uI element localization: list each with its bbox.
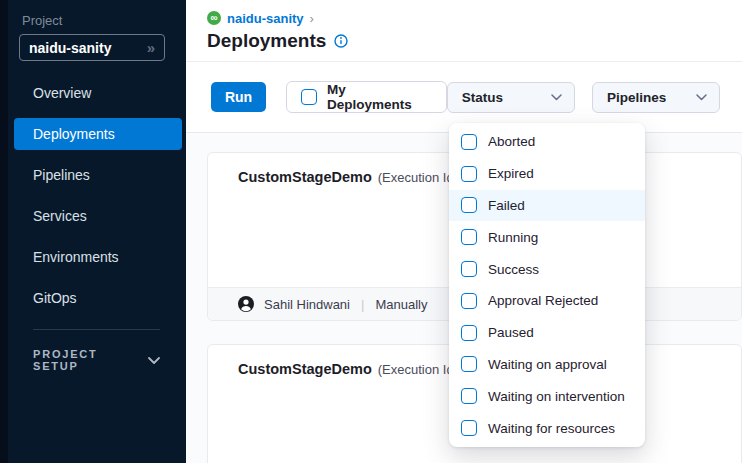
page-header: ∞ naidu-sanity › Deployments	[186, 0, 742, 62]
status-filter-label: Status	[462, 90, 503, 105]
menu-item-label: Approval Rejected	[488, 293, 598, 308]
menu-item-aborted[interactable]: Aborted	[449, 126, 645, 158]
project-setup-toggle[interactable]: PROJECT SETUP	[33, 329, 160, 372]
project-label: Project	[22, 13, 186, 28]
sidebar-item-environments[interactable]: Environments	[14, 241, 182, 273]
user-avatar-icon	[238, 296, 254, 312]
chevron-down-icon	[696, 94, 707, 101]
menu-item-label: Waiting on intervention	[488, 389, 625, 404]
chevron-down-icon	[148, 357, 160, 364]
module-rail	[0, 0, 8, 463]
checkbox[interactable]	[461, 325, 477, 341]
project-selector[interactable]: naidu-sanity »	[19, 34, 165, 61]
menu-item-label: Failed	[488, 198, 525, 213]
menu-item-failed[interactable]: Failed	[449, 190, 645, 222]
pipeline-name: CustomStageDemo	[238, 169, 372, 185]
checkbox[interactable]	[461, 197, 477, 213]
breadcrumb: ∞ naidu-sanity ›	[207, 9, 742, 27]
chevron-right-icon: ›	[310, 11, 314, 26]
checkbox[interactable]	[461, 420, 477, 436]
menu-item-label: Success	[488, 262, 539, 277]
footer-divider: |	[361, 297, 364, 312]
sidebar-item-services[interactable]: Services	[14, 200, 182, 232]
menu-item-label: Waiting on approval	[488, 357, 607, 372]
menu-item-label: Aborted	[488, 134, 535, 149]
double-chevron-right-icon[interactable]: »	[147, 40, 155, 55]
menu-item-expired[interactable]: Expired	[449, 158, 645, 190]
checkbox[interactable]	[461, 293, 477, 309]
menu-item-paused[interactable]: Paused	[449, 317, 645, 349]
info-icon[interactable]	[334, 34, 348, 48]
breadcrumb-project-link[interactable]: naidu-sanity	[227, 11, 304, 26]
trigger-type: Manually	[375, 297, 427, 312]
project-setup-label: PROJECT SETUP	[33, 348, 148, 372]
sidebar-item-overview[interactable]: Overview	[14, 77, 182, 109]
sidebar-item-label: GitOps	[33, 290, 77, 306]
menu-item-waiting-for-resources[interactable]: Waiting for resources	[449, 412, 645, 444]
run-button[interactable]: Run	[211, 82, 266, 112]
checkbox[interactable]	[461, 229, 477, 245]
menu-item-label: Paused	[488, 325, 534, 340]
menu-item-waiting-on-intervention[interactable]: Waiting on intervention	[449, 380, 645, 412]
status-filter-select[interactable]: Status	[447, 82, 575, 113]
sidebar-nav: Overview Deployments Pipelines Services …	[8, 77, 186, 314]
sidebar-item-label: Environments	[33, 249, 119, 265]
sidebar-item-label: Pipelines	[33, 167, 90, 183]
project-name: naidu-sanity	[29, 40, 111, 56]
pipelines-filter-label: Pipelines	[607, 90, 666, 105]
sidebar-item-gitops[interactable]: GitOps	[14, 282, 182, 314]
menu-item-label: Running	[488, 230, 538, 245]
menu-item-success[interactable]: Success	[449, 253, 645, 285]
sidebar-item-label: Services	[33, 208, 87, 224]
menu-item-label: Waiting for resources	[488, 421, 615, 436]
title-row: Deployments	[207, 30, 742, 52]
execution-id-label: (Execution Id	[378, 362, 454, 377]
checkbox[interactable]	[461, 134, 477, 150]
menu-item-approval-rejected[interactable]: Approval Rejected	[449, 285, 645, 317]
cd-module-icon: ∞	[207, 11, 221, 25]
my-deployments-label: My Deployments	[327, 82, 432, 112]
sidebar-item-deployments[interactable]: Deployments	[14, 118, 182, 150]
menu-item-label: Expired	[488, 166, 534, 181]
status-filter-dropdown: Aborted Expired Failed Running Success A…	[449, 123, 645, 447]
checkbox[interactable]	[461, 166, 477, 182]
checkbox[interactable]	[461, 388, 477, 404]
sidebar-item-label: Overview	[33, 85, 91, 101]
my-deployments-checkbox[interactable]	[301, 89, 317, 105]
checkbox[interactable]	[461, 261, 477, 277]
sidebar-item-label: Deployments	[33, 126, 115, 142]
triggered-by: Sahil Hindwani	[264, 297, 350, 312]
project-sidebar: Project naidu-sanity » Overview Deployme…	[8, 0, 186, 463]
sidebar-item-pipelines[interactable]: Pipelines	[14, 159, 182, 191]
pipeline-name: CustomStageDemo	[238, 361, 372, 377]
pipelines-filter-select[interactable]: Pipelines	[592, 82, 720, 113]
my-deployments-filter[interactable]: My Deployments	[286, 81, 447, 113]
menu-item-running[interactable]: Running	[449, 221, 645, 253]
page-title: Deployments	[207, 30, 326, 52]
execution-id-label: (Execution Id	[378, 170, 454, 185]
menu-item-waiting-on-approval[interactable]: Waiting on approval	[449, 349, 645, 381]
checkbox[interactable]	[461, 356, 477, 372]
chevron-down-icon	[551, 94, 562, 101]
